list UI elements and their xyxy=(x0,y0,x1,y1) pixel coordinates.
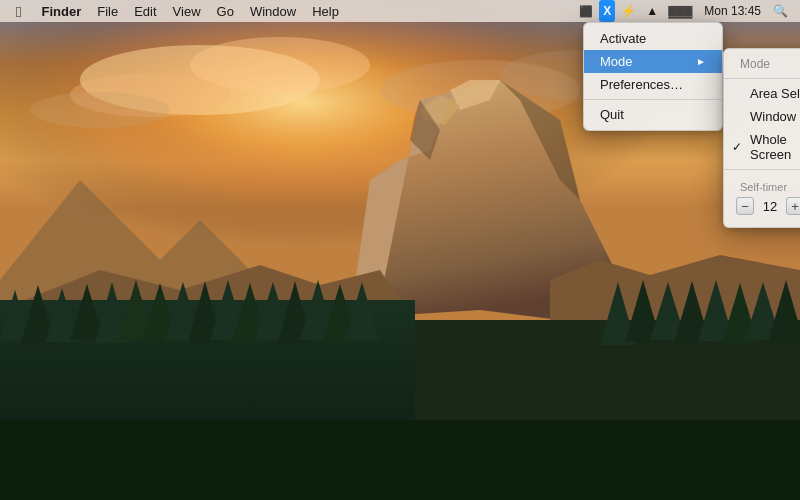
svg-marker-37 xyxy=(650,282,686,340)
menu-item-mode[interactable]: Mode ► xyxy=(584,50,722,73)
svg-marker-24 xyxy=(118,280,154,340)
menu-item-quit[interactable]: Quit xyxy=(584,103,722,126)
menu-item-activate[interactable]: Activate xyxy=(584,27,722,50)
submenu-item-whole-screen[interactable]: Whole Screen xyxy=(724,128,800,166)
submenu-header: Mode xyxy=(724,53,800,75)
svg-marker-28 xyxy=(210,280,246,340)
svg-marker-13 xyxy=(500,80,580,200)
bluetooth-icon[interactable]: ⚡ xyxy=(617,0,640,22)
svg-rect-17 xyxy=(0,320,800,500)
menu-separator xyxy=(584,99,722,100)
battery-icon[interactable]: ▓▓▓ xyxy=(664,0,696,22)
menu-window[interactable]: Window xyxy=(242,0,304,22)
timer-plus-button[interactable]: + xyxy=(786,197,800,215)
notification-center-icon[interactable]: ⬛ xyxy=(575,0,597,22)
svg-marker-16 xyxy=(550,255,800,320)
svg-marker-35 xyxy=(600,282,636,345)
spotlight-icon[interactable]: 🔍 xyxy=(769,0,792,22)
menubar:  Finder File Edit View Go Window Help ⬛… xyxy=(0,0,800,22)
svg-point-4 xyxy=(70,73,230,117)
submenu-item-window[interactable]: Window xyxy=(724,105,800,128)
self-timer-controls: − 12 + xyxy=(724,195,800,219)
svg-marker-14 xyxy=(410,100,440,160)
app-dropdown: Activate Mode ► Preferences… Quit Mode A… xyxy=(583,22,723,131)
svg-point-3 xyxy=(190,37,370,93)
mode-submenu: Mode Area Select Window Whole Screen Sel… xyxy=(723,48,800,228)
svg-marker-38 xyxy=(674,281,710,343)
svg-point-7 xyxy=(30,92,170,128)
submenu-menu: Mode Area Select Window Whole Screen Sel… xyxy=(723,48,800,228)
menubar-left:  Finder File Edit View Go Window Help xyxy=(0,0,347,22)
svg-marker-34 xyxy=(345,282,379,340)
desktop:  Finder File Edit View Go Window Help ⬛… xyxy=(0,0,800,500)
apple-menu[interactable]:  xyxy=(8,0,29,22)
svg-point-5 xyxy=(380,60,580,120)
svg-marker-39 xyxy=(698,280,734,341)
self-timer-section: Self-timer − 12 + xyxy=(724,173,800,223)
submenu-item-area-select[interactable]: Area Select xyxy=(724,82,800,105)
svg-marker-32 xyxy=(300,280,336,340)
svg-marker-8 xyxy=(0,180,280,300)
svg-marker-42 xyxy=(768,280,800,342)
svg-marker-25 xyxy=(142,283,178,342)
svg-rect-43 xyxy=(0,420,800,500)
svg-marker-20 xyxy=(20,285,56,345)
svg-marker-26 xyxy=(165,282,201,340)
svg-marker-12 xyxy=(420,95,460,125)
submenu-separator-2 xyxy=(724,169,800,170)
svg-marker-29 xyxy=(232,283,268,342)
svg-marker-27 xyxy=(188,281,222,343)
svg-marker-33 xyxy=(322,284,358,342)
svg-marker-22 xyxy=(70,284,104,340)
x-app-icon[interactable]: X xyxy=(599,0,615,22)
svg-point-2 xyxy=(80,45,320,115)
svg-marker-36 xyxy=(625,280,661,342)
menubar-clock[interactable]: Mon 13:45 xyxy=(698,4,767,18)
svg-marker-41 xyxy=(745,282,781,340)
menu-go[interactable]: Go xyxy=(209,0,242,22)
menu-item-preferences[interactable]: Preferences… xyxy=(584,73,722,96)
svg-marker-21 xyxy=(45,288,79,342)
dropdown-menu: Activate Mode ► Preferences… Quit xyxy=(583,22,723,131)
timer-minus-button[interactable]: − xyxy=(736,197,754,215)
menu-file[interactable]: File xyxy=(89,0,126,22)
svg-marker-11 xyxy=(450,80,500,110)
menu-help[interactable]: Help xyxy=(304,0,347,22)
svg-marker-40 xyxy=(722,283,758,343)
timer-value: 12 xyxy=(760,199,780,214)
svg-marker-10 xyxy=(350,80,500,320)
submenu-separator xyxy=(724,78,800,79)
svg-marker-15 xyxy=(0,265,400,320)
svg-marker-19 xyxy=(0,290,30,340)
menubar-right: ⬛ X ⚡ ▲ ▓▓▓ Mon 13:45 🔍 xyxy=(575,0,800,22)
wifi-icon[interactable]: ▲ xyxy=(642,0,662,22)
menu-view[interactable]: View xyxy=(165,0,209,22)
svg-marker-31 xyxy=(278,281,312,343)
mode-arrow-icon: ► xyxy=(696,56,706,67)
svg-marker-30 xyxy=(255,282,291,340)
svg-rect-18 xyxy=(0,300,415,500)
menu-edit[interactable]: Edit xyxy=(126,0,164,22)
svg-marker-23 xyxy=(95,282,129,343)
self-timer-label: Self-timer xyxy=(724,177,800,195)
app-name[interactable]: Finder xyxy=(33,0,89,22)
